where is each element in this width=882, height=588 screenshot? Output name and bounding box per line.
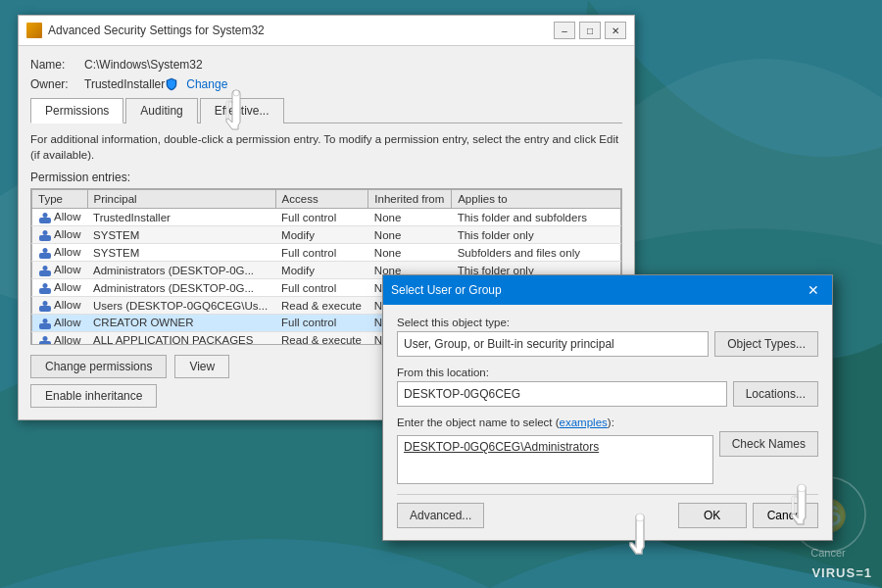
table-cell: CREATOR OWNER bbox=[87, 315, 275, 332]
table-cell: Modify bbox=[275, 262, 368, 279]
table-cell: This folder and subfolders bbox=[452, 209, 621, 226]
svg-point-14 bbox=[43, 318, 48, 323]
tab-auditing[interactable]: Auditing bbox=[125, 98, 197, 123]
user-icon bbox=[38, 211, 54, 222]
examples-link[interactable]: examples bbox=[560, 416, 608, 428]
object-type-row: Object Types... bbox=[397, 331, 818, 357]
select-user-dialog: Select User or Group ✕ Select this objec… bbox=[382, 274, 833, 541]
object-type-label: Select this object type: bbox=[397, 317, 818, 328]
enable-inheritance-button[interactable]: Enable inheritance bbox=[30, 384, 157, 408]
main-window-title: Advanced Security Settings for System32 bbox=[48, 24, 265, 37]
table-cell: Administrators (DESKTOP-0G... bbox=[87, 262, 275, 279]
name-label: Name: bbox=[30, 58, 84, 72]
svg-rect-7 bbox=[39, 270, 51, 276]
svg-rect-11 bbox=[39, 306, 51, 312]
window-icon bbox=[26, 23, 42, 38]
owner-value: TrustedInstaller bbox=[84, 77, 165, 91]
svg-point-8 bbox=[43, 266, 48, 270]
svg-point-12 bbox=[43, 301, 48, 306]
tab-effective[interactable]: Effective... bbox=[200, 98, 284, 123]
name-row: Name: C:\Windows\System32 bbox=[30, 58, 622, 72]
table-cell: SYSTEM bbox=[87, 226, 275, 244]
owner-label: Owner: bbox=[30, 77, 84, 91]
maximize-button[interactable]: □ bbox=[579, 22, 601, 39]
object-name-value: DESKTOP-0GQ6CEG\Administrators bbox=[404, 440, 599, 454]
view-button[interactable]: View bbox=[174, 355, 229, 378]
col-principal: Principal bbox=[87, 190, 275, 209]
section-label: Permission entries: bbox=[30, 171, 622, 184]
advanced-button[interactable]: Advanced... bbox=[397, 503, 484, 528]
svg-rect-9 bbox=[39, 288, 51, 294]
table-cell: Administrators (DESKTOP-0G... bbox=[87, 279, 275, 297]
svg-point-6 bbox=[43, 248, 48, 253]
cancel-button[interactable]: Cancel bbox=[753, 503, 818, 528]
object-name-area: DESKTOP-0GQ6CEG\Administrators bbox=[397, 435, 713, 484]
user-icon bbox=[38, 228, 54, 240]
table-cell: Full control bbox=[275, 209, 368, 226]
dialog-ok-cancel: OK Cancel bbox=[678, 503, 818, 528]
owner-row: Owner: TrustedInstaller Change bbox=[30, 77, 622, 91]
location-row: Locations... bbox=[397, 381, 818, 407]
title-left: Advanced Security Settings for System32 bbox=[26, 23, 265, 38]
table-cell: Allow bbox=[32, 262, 88, 279]
user-icon bbox=[38, 264, 54, 275]
dialog-title: Select User or Group bbox=[391, 283, 502, 297]
svg-point-10 bbox=[43, 283, 48, 288]
object-types-button[interactable]: Object Types... bbox=[714, 331, 818, 357]
table-cell: Allow bbox=[32, 244, 88, 262]
table-cell: Full control bbox=[275, 279, 368, 297]
svg-rect-3 bbox=[39, 235, 51, 241]
main-window-titlebar: Advanced Security Settings for System32 … bbox=[19, 16, 634, 46]
user-icon bbox=[38, 281, 54, 293]
table-cell: Allow bbox=[32, 315, 88, 332]
user-icon bbox=[38, 299, 54, 311]
tab-permissions[interactable]: Permissions bbox=[30, 98, 123, 123]
window-controls: – □ ✕ bbox=[554, 22, 626, 39]
object-name-label: Enter the object name to select (example… bbox=[397, 416, 818, 428]
svg-rect-15 bbox=[39, 341, 51, 345]
object-name-field: Enter the object name to select (example… bbox=[397, 416, 818, 484]
object-type-field: Select this object type: Object Types... bbox=[397, 317, 818, 357]
table-cell: None bbox=[368, 209, 452, 226]
svg-rect-5 bbox=[39, 253, 51, 259]
dialog-bottom-buttons: Advanced... OK Cancel bbox=[397, 494, 818, 528]
close-button[interactable]: ✕ bbox=[605, 22, 626, 39]
object-type-input[interactable] bbox=[397, 331, 709, 357]
dialog-close-button[interactable]: ✕ bbox=[803, 281, 824, 299]
name-value: C:\Windows\System32 bbox=[84, 58, 203, 72]
check-names-button[interactable]: Check Names bbox=[719, 431, 818, 457]
user-icon bbox=[38, 334, 54, 345]
table-cell: ALL APPLICATION PACKAGES bbox=[87, 331, 275, 345]
location-input[interactable] bbox=[397, 381, 727, 407]
user-icon bbox=[38, 317, 54, 328]
table-cell: None bbox=[368, 226, 452, 244]
user-icon bbox=[38, 246, 54, 258]
dialog-titlebar: Select User or Group ✕ bbox=[383, 275, 832, 305]
table-cell: Users (DESKTOP-0GQ6CEG\Us... bbox=[87, 297, 275, 315]
minimize-button[interactable]: – bbox=[554, 22, 575, 39]
svg-point-2 bbox=[43, 213, 48, 218]
locations-button[interactable]: Locations... bbox=[733, 381, 818, 407]
ok-button[interactable]: OK bbox=[678, 503, 747, 528]
shield-icon bbox=[165, 77, 178, 91]
change-owner-link[interactable]: Change bbox=[186, 77, 227, 91]
tabs-bar: Permissions Auditing Effective... bbox=[30, 97, 622, 123]
table-cell: Modify bbox=[275, 226, 368, 244]
col-inherited: Inherited from bbox=[368, 190, 452, 209]
table-cell: Allow bbox=[32, 331, 88, 345]
table-cell: Allow bbox=[32, 279, 88, 297]
table-cell: Full control bbox=[275, 244, 368, 262]
table-cell: Read & execute bbox=[275, 297, 368, 315]
table-cell: None bbox=[368, 244, 452, 262]
table-cell: Full control bbox=[275, 315, 368, 332]
location-label: From this location: bbox=[397, 367, 818, 378]
table-cell: Allow bbox=[32, 297, 88, 315]
watermark: VIRUS=1 bbox=[811, 565, 872, 580]
table-cell: Allow bbox=[32, 226, 88, 244]
info-text: For additional information, double-click… bbox=[30, 131, 622, 163]
col-type: Type bbox=[32, 190, 88, 209]
table-cell: TrustedInstaller bbox=[87, 209, 275, 226]
change-permissions-button[interactable]: Change permissions bbox=[30, 355, 167, 378]
svg-rect-1 bbox=[39, 218, 51, 223]
svg-point-16 bbox=[43, 336, 48, 341]
